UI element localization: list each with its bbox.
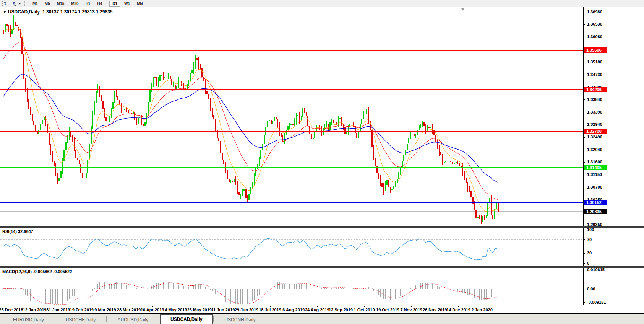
chart-tab-audusd[interactable]: AUDUSD,Daily xyxy=(107,316,158,324)
rsi-panel-canvas[interactable] xyxy=(0,228,583,266)
date-label: 19 Oct 2019 xyxy=(376,308,399,312)
axis-tick xyxy=(584,24,585,25)
date-label: 18 Jul 2019 xyxy=(259,308,281,312)
rsi-label: RSI(14) 32.6647 xyxy=(2,229,33,234)
price-chart-canvas[interactable] xyxy=(0,7,583,226)
date-label: 11 Jun 2019 xyxy=(211,308,235,312)
chart-symbol: USDCAD,Daily xyxy=(8,9,40,15)
rsi-tick-label: 0 xyxy=(587,261,589,265)
price-tick-label: 1.36080 xyxy=(587,34,602,39)
tab-divider xyxy=(159,316,159,322)
tab-divider xyxy=(213,316,214,322)
axis-tick xyxy=(584,230,585,230)
time-axis-tick xyxy=(294,306,294,307)
price-tick-label: 1.36530 xyxy=(587,22,602,26)
price-tick-label: 1.32940 xyxy=(587,122,602,127)
macd-tick-label: 0.00 xyxy=(587,287,595,291)
axis-tick xyxy=(584,37,585,37)
panel-separator[interactable] xyxy=(0,226,644,228)
time-axis-tick xyxy=(341,306,341,307)
date-label: 12 Jan 2019 xyxy=(23,308,47,312)
price-level-badge: 1.32700 xyxy=(584,129,607,134)
price-tick-label: 1.31150 xyxy=(587,172,602,177)
axis-tick xyxy=(584,12,585,12)
timeframe-button-m30[interactable]: M30 xyxy=(68,1,81,7)
timeframe-button-d1[interactable]: D1 xyxy=(109,1,120,7)
time-axis[interactable]: 25 Dec 201812 Jan 201931 Jan 201919 Feb … xyxy=(0,306,644,313)
tab-divider xyxy=(55,316,55,322)
date-label: 28 Mar 2019 xyxy=(117,308,141,312)
timeframe-button-m1[interactable]: M1 xyxy=(29,1,41,7)
chevron-down-icon: ▼ xyxy=(18,2,21,5)
date-label: 23 May 2019 xyxy=(187,308,212,312)
date-label: 29 Jun 2019 xyxy=(235,308,258,312)
arrows-icon xyxy=(12,1,17,6)
time-axis-tick xyxy=(176,306,176,307)
current-price-badge: 1.29835 xyxy=(584,209,607,214)
rsi-tick-label: 30 xyxy=(587,251,592,255)
date-label: 16 Apr 2019 xyxy=(141,308,164,312)
chart-window: ▼USDCAD,Daily 1.30137 1.30174 1.29813 1.… xyxy=(0,7,644,314)
axis-tick xyxy=(584,175,585,175)
price-axis[interactable]: 1.369801.365301.360801.356301.351801.347… xyxy=(583,7,644,305)
macd-panel-canvas[interactable] xyxy=(0,268,583,305)
price-tick-label: 1.30700 xyxy=(587,185,602,189)
time-axis-tick xyxy=(58,306,58,307)
toolbar-grip xyxy=(24,1,27,6)
time-axis-tick xyxy=(364,306,365,307)
axis-tick xyxy=(584,125,585,125)
arrows-tool-button[interactable]: ▼ xyxy=(10,0,23,7)
macd-label: MACD(12,26,9) -0.005862 -0.005522 xyxy=(2,269,72,274)
time-axis-tick xyxy=(435,306,435,307)
price-tick-label: 1.35180 xyxy=(587,60,602,64)
collapse-triangle-icon[interactable]: ▼ xyxy=(3,10,6,14)
timeframe-toolbar: M1M5M15M30H1H4D1W1MN xyxy=(29,0,146,7)
timeframe-button-h4[interactable]: H4 xyxy=(94,1,105,7)
timeframe-button-m15[interactable]: M15 xyxy=(54,1,67,7)
ohlc-low: 1.29813 xyxy=(78,9,94,15)
chart-tabs-bar: EURUSD,DailyUSDCHF,DailyAUDUSD,DailyUSDC… xyxy=(0,314,644,324)
time-axis-tick xyxy=(317,306,318,307)
price-tick-label: 1.33390 xyxy=(587,110,602,114)
time-axis-tick xyxy=(35,306,35,307)
date-label: 26 Nov 2019 xyxy=(423,308,447,312)
timeframe-button-h1[interactable]: H1 xyxy=(83,1,94,7)
date-label: 31 Jan 2019 xyxy=(46,308,70,312)
rsi-value: 32.6647 xyxy=(18,229,33,234)
time-axis-tick xyxy=(152,306,153,307)
price-level-badge: 1.35606 xyxy=(584,47,607,53)
date-label: 2 Jan 2020 xyxy=(471,308,493,312)
chart-tab-eurusd[interactable]: EURUSD,Daily xyxy=(3,316,54,324)
date-label: 24 Aug 2019 xyxy=(305,308,329,312)
chart-shift-marker-icon[interactable] xyxy=(461,8,464,11)
date-label: 6 Aug 2019 xyxy=(282,308,305,312)
price-tick-label: 1.31600 xyxy=(587,160,602,164)
time-axis-tick xyxy=(270,306,271,307)
axis-tick xyxy=(584,162,585,163)
time-axis-tick xyxy=(411,306,412,307)
timeframe-button-m5[interactable]: M5 xyxy=(42,1,53,7)
axis-tick xyxy=(584,75,585,75)
time-axis-tick xyxy=(82,306,82,307)
time-axis-tick xyxy=(482,306,482,307)
toolbar: T ▼ M1M5M15M30H1H4D1W1MN xyxy=(0,0,644,7)
macd-name: MACD(12,26,9) xyxy=(2,269,32,274)
panel-separator[interactable] xyxy=(0,266,644,268)
chart-tab-usdcad[interactable]: USDCAD,Daily xyxy=(160,314,213,324)
axis-tick xyxy=(584,289,585,289)
timeframe-button-mn[interactable]: MN xyxy=(134,1,146,7)
axis-tick xyxy=(584,270,585,270)
timeframe-button-w1[interactable]: W1 xyxy=(121,1,133,7)
time-axis-tick xyxy=(458,306,459,307)
chart-tab-usdcnh[interactable]: USDCNH,Daily xyxy=(214,316,265,324)
chart-tab-usdchf[interactable]: USDCHF,Daily xyxy=(56,316,106,324)
text-tool-icon: T xyxy=(2,1,8,6)
date-label: 12 Sep 2019 xyxy=(329,308,353,312)
axis-tick xyxy=(584,137,585,138)
price-tick-label: 1.32490 xyxy=(587,135,602,139)
date-label: 14 Dec 2019 xyxy=(446,308,470,312)
price-tick-label: 1.32040 xyxy=(587,147,602,152)
text-tool-button[interactable]: T xyxy=(1,0,10,7)
axis-tick xyxy=(584,253,585,254)
macd-tick-label: -0.009181 xyxy=(587,300,606,304)
